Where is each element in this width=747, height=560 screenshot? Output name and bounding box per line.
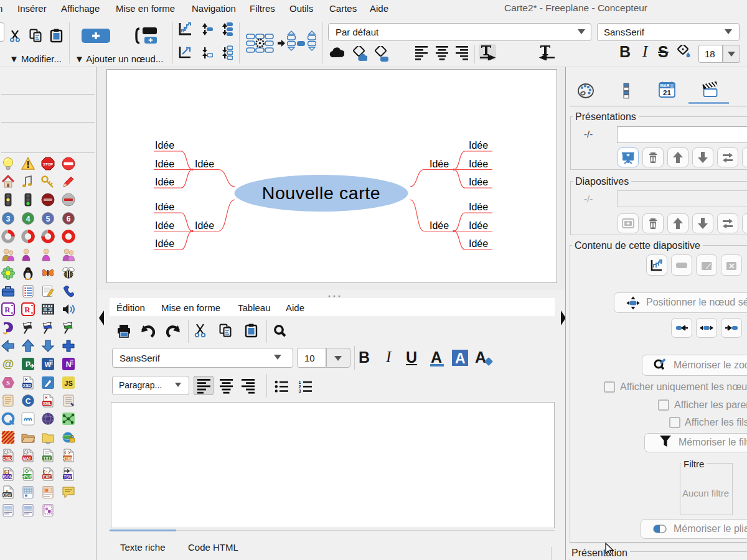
svg-text:3: 3 [6, 214, 10, 223]
svg-text:6: 6 [66, 214, 70, 223]
svg-text:Idée: Idée [469, 177, 488, 187]
svg-text:STOP: STOP [43, 162, 53, 166]
svg-text:Idée: Idée [155, 202, 174, 212]
svg-text:MAR: MAR [660, 83, 670, 88]
svg-text:S: S [6, 380, 10, 386]
svg-text:CMD: CMD [2, 456, 12, 460]
svg-text:@: @ [2, 357, 14, 370]
svg-text:JSON: JSON [1, 474, 12, 478]
svg-text:Idée: Idée [469, 238, 488, 249]
svg-text:C: C [25, 397, 31, 406]
svg-text:4: 4 [26, 214, 30, 223]
svg-text:JS: JS [64, 379, 72, 386]
svg-text:XML: XML [43, 401, 52, 406]
svg-text:TXT: TXT [43, 456, 50, 460]
svg-text:Idée: Idée [155, 177, 174, 187]
svg-text:Idée: Idée [155, 159, 174, 169]
svg-text:ePUB: ePUB [21, 474, 32, 478]
svg-text:21: 21 [663, 89, 671, 96]
svg-text:Idée: Idée [195, 220, 214, 231]
svg-text:C:/: C:/ [43, 469, 51, 474]
svg-text:Idée: Idée [155, 220, 174, 231]
svg-text:5: 5 [46, 214, 50, 223]
svg-text:R: R [24, 305, 31, 314]
svg-text:EXE: EXE [43, 474, 52, 478]
svg-text:Idée: Idée [195, 159, 214, 169]
svg-text:Nouvelle carte: Nouvelle carte [262, 183, 381, 203]
svg-text:Idée: Idée [469, 159, 488, 169]
svg-text:Idée: Idée [469, 220, 488, 231]
svg-text:Idée: Idée [430, 220, 449, 231]
svg-text:Idée: Idée [155, 238, 174, 249]
svg-text:XSD: XSD [22, 383, 31, 387]
svg-text:3: 3 [299, 389, 301, 393]
svg-text:HTML: HTML [62, 456, 73, 460]
svg-text:P: P [25, 360, 30, 369]
svg-text:Idée: Idée [469, 202, 488, 212]
svg-text:2: 2 [299, 385, 301, 389]
svg-text:CSV: CSV [2, 492, 11, 497]
svg-text:R: R [4, 305, 11, 314]
svg-text:{;}: {;} [4, 469, 9, 474]
svg-text:Idée: Idée [155, 140, 174, 151]
svg-text:Idée: Idée [469, 140, 488, 151]
svg-text:Idée: Idée [430, 159, 449, 169]
svg-text:,: , [6, 485, 7, 493]
svg-text:1: 1 [299, 380, 301, 385]
svg-text:TSV: TSV [63, 474, 72, 478]
svg-text:BAT: BAT [23, 456, 31, 460]
